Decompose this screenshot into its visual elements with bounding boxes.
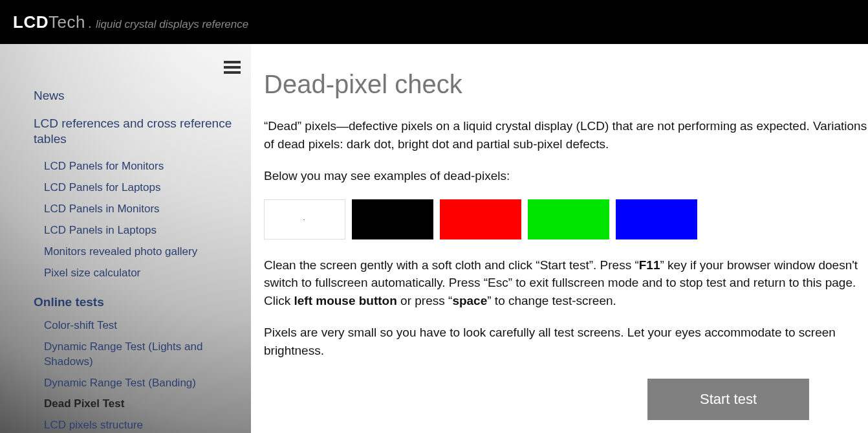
instructions-paragraph: Clean the screen gently with a soft clot… [264,256,868,310]
site-header: LCDTech . liquid crystal displays refere… [0,0,868,44]
sidebar-sub-panels-monitors[interactable]: LCD Panels for Monitors [44,159,234,174]
sidebar-sub-pixel-size[interactable]: Pixel size calculator [44,266,234,281]
logo-dot: . [88,15,92,32]
swatch-white [264,199,345,239]
sidebar-sub-dynamic-lights[interactable]: Dynamic Range Test (Lights and Shadows) [44,340,234,370]
sidebar-item-news[interactable]: News [34,88,234,104]
sidebar-sub-in-monitors[interactable]: LCD Panels in Monitors [44,202,234,217]
swatch-green [528,199,609,239]
site-logo[interactable]: LCDTech . liquid crystal displays refere… [13,12,248,32]
sidebar-sub-panels-laptops[interactable]: LCD Panels for Laptops [44,181,234,195]
examples-label: Below you may see examples of dead-pixel… [264,167,868,185]
key-space: space [452,294,487,307]
accommodate-paragraph: Pixels are very small so you have to loo… [264,324,868,359]
sidebar-sub-dead-pixel[interactable]: Dead Pixel Test [44,397,234,412]
swatch-red [440,199,521,239]
logo-text-lcd: LCD [13,12,49,32]
key-f11: F11 [639,258,660,272]
sidebar-sub-in-laptops[interactable]: LCD Panels in Laptops [44,223,234,238]
sidebar-sub-colorshift[interactable]: Color-shift Test [44,318,234,333]
sidebar-sub-dynamic-banding[interactable]: Dynamic Range Test (Banding) [44,376,234,391]
example-swatches [264,199,868,239]
key-lmb: left mouse button [294,294,396,307]
page-title: Dead-pixel check [264,70,868,99]
sidebar-section-online-tests: Online tests [34,295,234,309]
logo-tagline: liquid crystal displays reference [96,18,248,31]
sidebar-sub-lcd-structure[interactable]: LCD pixels structure [44,418,234,433]
intro-paragraph: “Dead” pixels—defective pixels on a liqu… [264,117,868,153]
sidebar-sub-photo-gallery[interactable]: Monitors revealed photo gallery [44,245,234,260]
hamburger-icon[interactable] [224,58,241,76]
logo-text-tech: Tech [49,12,85,32]
main-content: Dead-pixel check “Dead” pixels—defective… [251,44,868,433]
sidebar-item-references[interactable]: LCD references and cross reference table… [34,116,234,148]
sidebar: News LCD references and cross reference … [0,44,251,433]
swatch-black [352,199,433,239]
start-test-button[interactable]: Start test [647,379,809,420]
swatch-blue [616,199,697,239]
